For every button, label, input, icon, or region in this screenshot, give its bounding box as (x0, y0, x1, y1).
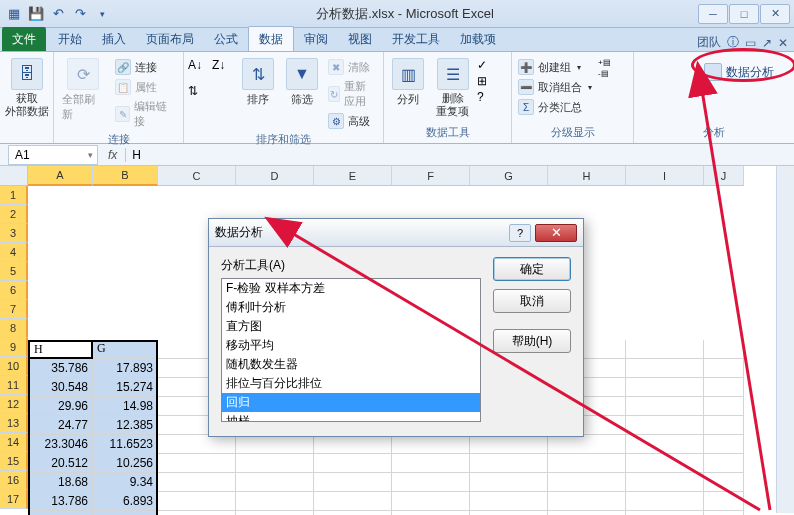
row-header-2[interactable]: 2 (0, 205, 28, 224)
ribbon-minimize-icon[interactable]: ▭ (745, 36, 756, 50)
cell[interactable] (236, 435, 314, 454)
cell[interactable] (704, 416, 744, 435)
cell-data[interactable]: 5.456 (93, 511, 158, 516)
cell[interactable] (392, 473, 470, 492)
group-button[interactable]: ➕创建组▾ (516, 58, 594, 76)
filter-button[interactable]: ▼ 筛选 (282, 56, 322, 109)
cell[interactable] (158, 473, 236, 492)
cell-data[interactable]: 11.6523 (93, 435, 158, 454)
sort-button[interactable]: ⇅ 排序 (238, 56, 278, 109)
row-header-3[interactable]: 3 (0, 224, 28, 243)
row-header-16[interactable]: 16 (0, 471, 28, 490)
analysis-tool-item[interactable]: 随机数发生器 (222, 355, 480, 374)
cell[interactable] (392, 492, 470, 511)
cell[interactable] (392, 511, 470, 516)
redo-icon[interactable]: ↷ (70, 4, 90, 24)
cell[interactable] (158, 511, 236, 516)
row-header-1[interactable]: 1 (0, 186, 28, 205)
cell-data[interactable]: 10.256 (93, 454, 158, 473)
cell-data[interactable]: 35.786 (28, 359, 93, 378)
hide-detail-icon[interactable]: -▤ (598, 69, 611, 78)
connections-button[interactable]: 🔗连接 (113, 58, 179, 76)
cell[interactable] (626, 511, 704, 516)
analysis-tool-item[interactable]: 排位与百分比排位 (222, 374, 480, 393)
dialog-help-titlebar-button[interactable]: ? (509, 224, 531, 242)
cell[interactable] (158, 435, 236, 454)
cell[interactable] (548, 473, 626, 492)
cell[interactable] (314, 435, 392, 454)
cell-header[interactable]: H (28, 340, 93, 359)
cell-header[interactable]: G (93, 340, 158, 359)
tab-开发工具[interactable]: 开发工具 (382, 27, 450, 51)
row-header-10[interactable]: 10 (0, 357, 28, 376)
tab-开始[interactable]: 开始 (48, 27, 92, 51)
cell-data[interactable]: 29.96 (28, 397, 93, 416)
cell[interactable] (704, 473, 744, 492)
subtotal-button[interactable]: Σ分类汇总 (516, 98, 594, 116)
reapply-button[interactable]: ↻重新应用 (326, 78, 379, 110)
col-header-I[interactable]: I (626, 166, 704, 186)
cell[interactable] (158, 492, 236, 511)
edit-links-button[interactable]: ✎编辑链接 (113, 98, 179, 130)
tab-审阅[interactable]: 审阅 (294, 27, 338, 51)
analysis-tool-item[interactable]: 抽样 (222, 412, 480, 422)
remove-duplicates-button[interactable]: ☰ 删除 重复项 (432, 56, 473, 120)
tab-插入[interactable]: 插入 (92, 27, 136, 51)
cell[interactable] (314, 473, 392, 492)
cell[interactable] (626, 492, 704, 511)
tab-team[interactable]: 团队 (697, 34, 721, 51)
tab-视图[interactable]: 视图 (338, 27, 382, 51)
row-header-11[interactable]: 11 (0, 376, 28, 395)
col-header-E[interactable]: E (314, 166, 392, 186)
col-header-H[interactable]: H (548, 166, 626, 186)
cell-data[interactable]: 14.98 (93, 397, 158, 416)
dialog-close-button[interactable]: ✕ (535, 224, 577, 242)
sort-az-icon[interactable]: ⇅ (188, 84, 210, 106)
show-detail-icon[interactable]: +▤ (598, 58, 611, 67)
cell[interactable] (548, 492, 626, 511)
cancel-button[interactable]: 取消 (493, 289, 571, 313)
get-external-data-button[interactable]: 🗄 获取 外部数据 (4, 56, 49, 120)
cell-data[interactable]: 30.548 (28, 378, 93, 397)
cell[interactable] (626, 454, 704, 473)
cell-data[interactable]: 6.893 (93, 492, 158, 511)
cell[interactable] (236, 473, 314, 492)
tab-页面布局[interactable]: 页面布局 (136, 27, 204, 51)
row-header-9[interactable]: 9 (0, 338, 28, 357)
cell[interactable] (626, 378, 704, 397)
col-header-F[interactable]: F (392, 166, 470, 186)
select-all-corner[interactable] (0, 166, 28, 186)
advanced-filter-button[interactable]: ⚙高级 (326, 112, 379, 130)
tab-公式[interactable]: 公式 (204, 27, 248, 51)
row-header-17[interactable]: 17 (0, 490, 28, 509)
col-header-J[interactable]: J (704, 166, 744, 186)
cell-data[interactable]: 10.912 (28, 511, 93, 516)
row-header-8[interactable]: 8 (0, 319, 28, 338)
ok-button[interactable]: 确定 (493, 257, 571, 281)
cell[interactable] (470, 473, 548, 492)
name-box[interactable]: A1 (8, 145, 98, 165)
col-header-C[interactable]: C (158, 166, 236, 186)
save-icon[interactable]: 💾 (26, 4, 46, 24)
cell-data[interactable]: 15.274 (93, 378, 158, 397)
cell[interactable] (548, 511, 626, 516)
analysis-tools-listbox[interactable]: F-检验 双样本方差傅利叶分析直方图移动平均随机数发生器排位与百分比排位回归抽样… (221, 278, 481, 422)
cell[interactable] (626, 359, 704, 378)
row-header-6[interactable]: 6 (0, 281, 28, 300)
cell[interactable] (236, 511, 314, 516)
dialog-titlebar[interactable]: 数据分析 ? ✕ (209, 219, 583, 247)
cell[interactable] (470, 492, 548, 511)
qat-dropdown-icon[interactable]: ▾ (92, 4, 112, 24)
row-header-13[interactable]: 13 (0, 414, 28, 433)
minimize-button[interactable]: ─ (698, 4, 728, 24)
cell[interactable] (626, 473, 704, 492)
analysis-tool-item[interactable]: F-检验 双样本方差 (222, 279, 480, 298)
cell[interactable] (470, 454, 548, 473)
ribbon-help-icon[interactable]: ⓘ (727, 34, 739, 51)
cell[interactable] (548, 454, 626, 473)
ribbon-close-icon[interactable]: ✕ (778, 36, 788, 50)
row-header-12[interactable]: 12 (0, 395, 28, 414)
cell[interactable] (704, 435, 744, 454)
cell[interactable] (704, 378, 744, 397)
cell[interactable] (236, 492, 314, 511)
